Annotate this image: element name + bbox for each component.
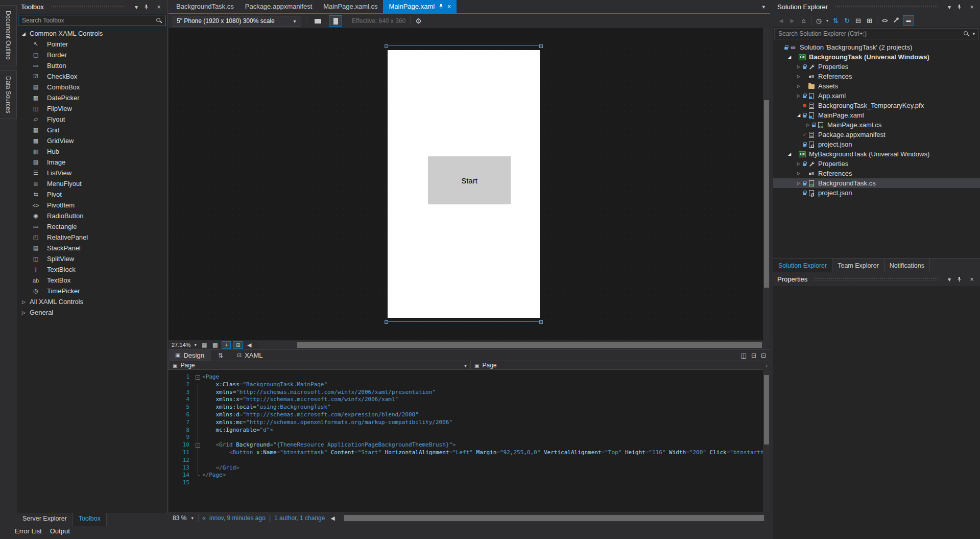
selection-adorner-top[interactable] [387,45,541,46]
toolbox-item-hub[interactable]: ▥Hub [17,146,167,157]
expander-closed-icon[interactable]: ▷ [796,93,802,98]
portrait-orientation-button[interactable] [329,15,342,27]
designer-vertical-scrollbar[interactable] [763,28,770,340]
scrollbar-thumb[interactable] [764,375,769,444]
design-view-tab[interactable]: ▣ Design [169,350,211,361]
tab-close-icon[interactable]: × [447,3,451,10]
toolbox-item-datepicker[interactable]: ▦DatePicker [17,92,167,103]
collapse-all-icon[interactable]: ⊟ [853,17,864,25]
tree-item-backgroundtask-cs[interactable]: ▷C#BackgroundTask.cs [773,178,980,188]
toolbox-group-common-xaml-controls[interactable]: ◢Common XAML Controls [17,28,167,39]
toolbox-item-button[interactable]: ▭Button [17,60,167,71]
tree-item-backgroungtask-universal-windows[interactable]: ◢C#BackgroungTask (Universal Windows) [773,52,980,62]
toolbox-item-rectangle[interactable]: ▭Rectangle [17,221,167,232]
toolbox-item-border[interactable]: ▢Border [17,50,167,60]
fold-collapse-icon[interactable]: - [196,443,200,448]
properties-wrench-icon[interactable] [891,16,901,25]
panel-tab-solution-explorer[interactable]: Solution Explorer [773,259,832,272]
breadcrumb-element-right[interactable]: ▣ Page [471,361,770,370]
toolbox-item-textbox[interactable]: abTextBox [17,275,167,286]
code-line[interactable]: 7 xmlns:mc="http://schemas.openxmlformat… [169,419,770,427]
show-grid-icon[interactable]: ▦ [200,342,208,348]
code-line[interactable]: 1-<Page [169,373,770,381]
search-icon[interactable] [964,31,969,37]
editor-horizontal-scrollbar[interactable] [342,514,766,522]
solution-explorer-menu-caret-icon[interactable]: ▾ [945,4,953,11]
solution-explorer-close-icon[interactable]: × [968,4,976,11]
side-tab-document-outline[interactable]: Document Outline [0,5,17,65]
designer-start-button[interactable]: Start [428,156,511,204]
code-line[interactable]: 2 x:Class="BackgroungTask.MainPage" [169,381,770,389]
expander-closed-icon[interactable]: ▷ [796,84,802,88]
toolbox-item-radiobutton[interactable]: ◉RadioButton [17,210,167,221]
expander-closed-icon[interactable]: ▷ [796,181,802,185]
toolbox-item-image[interactable]: ▨Image [17,157,167,168]
code-line[interactable]: 10- <Grid Background="{ThemeResource App… [169,441,770,449]
solution-explorer-header[interactable]: Solution Explorer ▾ × [773,0,980,14]
code-line[interactable]: 4 xmlns:x="http://schemas.microsoft.com/… [169,396,770,404]
snap-to-grid-toggle-button[interactable]: ⊞ [233,341,243,349]
solution-explorer-grip[interactable] [835,6,938,8]
toolbox-item-flyout[interactable]: ▱Flyout [17,114,167,125]
search-icon[interactable] [156,18,162,24]
editor-zoom-dropdown[interactable]: 83 % [173,514,186,522]
designer-horizontal-scrollbar[interactable] [258,341,767,348]
back-icon[interactable]: ◄ [776,17,786,25]
xaml-code-editor[interactable]: 1-<Page2 x:Class="BackgroungTask.MainPag… [169,370,770,512]
code-line[interactable]: 3 xmlns="http://schemas.microsoft.com/wi… [169,389,770,396]
toolbox-item-pivot[interactable]: ⇆Pivot [17,189,167,200]
breadcrumb-element-dropdown[interactable]: ▣ Page ▾ [169,361,471,370]
toolbox-item-checkbox[interactable]: ☑CheckBox [17,71,167,82]
document-tab-package-appxmanifest[interactable]: Package.appxmanifest [240,0,318,13]
tree-item-properties[interactable]: ▷Properties [773,159,980,169]
tree-item-assets[interactable]: ▷Assets [773,81,980,91]
properties-header[interactable]: Properties ▾ × [773,272,980,286]
expander-open-icon[interactable]: ◢ [786,55,793,59]
toolbox-item-listview[interactable]: ☰ListView [17,168,167,178]
panel-tab-notifications[interactable]: Notifications [885,259,930,272]
pan-cross-icon[interactable]: + [762,363,771,370]
device-selector-dropdown[interactable]: 5" Phone (1920 x 1080) 300% scale ▾ [173,16,301,27]
properties-close-icon[interactable]: × [968,276,976,283]
properties-menu-caret-icon[interactable]: ▾ [945,276,953,283]
vertical-split-icon[interactable]: ◫ [741,352,747,359]
toolbox-group-general[interactable]: ▷General [17,307,167,318]
zoom-caret-icon[interactable]: ▾ [193,342,198,347]
tree-item-project-json[interactable]: {}project.json [773,139,980,149]
tree-item-package-appxmanifest[interactable]: ✓Package.appxmanifest [773,130,980,139]
snapline-toggle-button[interactable]: + [222,341,231,349]
tree-item-solution-backgroungtask-2-projects[interactable]: ∞Solution 'BackgroungTask' (2 projects) [773,42,980,52]
toolbox-group-all-xaml-controls[interactable]: ▷All XAML Controls [17,296,167,307]
tree-item-mainpage-xaml[interactable]: ◢MainPage.xaml [773,110,980,120]
expander-closed-icon[interactable]: ▷ [805,123,811,127]
sync-with-active-document-icon[interactable]: ⇅ [830,17,841,25]
pending-changes-filter-icon[interactable]: ◷ [814,17,824,25]
expander-open-icon[interactable]: ◢ [796,113,802,118]
dock-tab-toolbox[interactable]: Toolbox [73,513,107,526]
tree-item-mybackgroundtask-universal-windows[interactable]: ◢C#MyBackgroundTask (Universal Windows) [773,149,980,159]
codelens-author-indicator[interactable]: innov, 9 minutes ago [209,514,266,522]
toolbox-item-relativepanel[interactable]: ◰RelativePanel [17,232,167,243]
side-tab-data-sources[interactable]: Data Sources [0,71,17,119]
swap-panes-button[interactable]: ⇅ [211,352,230,359]
tree-item-app-xaml[interactable]: ▷App.xaml [773,91,980,101]
document-tab-mainpage-xaml-cs[interactable]: MainPage.xaml.cs [318,0,383,13]
codelens-changes-indicator[interactable]: 1 author, 1 change [274,514,325,522]
breadcrumb-caret-icon[interactable]: ▾ [464,363,467,368]
toolbox-pin-icon[interactable] [144,4,152,10]
solution-explorer-pin-icon[interactable] [957,4,965,10]
phone-artboard[interactable]: Start [388,50,540,318]
toolbox-item-pointer[interactable]: ↖Pointer [17,39,167,50]
properties-pin-icon[interactable] [957,276,965,282]
code-line[interactable]: 5 xmlns:local="using:BackgroungTask" [169,404,770,411]
toolbox-item-flipview[interactable]: ◫FlipView [17,103,167,114]
bottom-tab-error-list[interactable]: Error List [15,527,42,535]
tree-item-mainpage-xaml-cs[interactable]: ▷C#MainPage.xaml.cs [773,120,980,130]
scroll-left-arrow-icon[interactable]: ◀ [328,515,337,522]
document-tab-mainpage-xaml[interactable]: MainPage.xaml× [383,0,457,13]
code-line[interactable]: 9 [169,434,770,441]
preview-selected-items-toggle[interactable]: ▬ [903,15,914,26]
bottom-tab-output[interactable]: Output [50,527,70,535]
dock-tab-server-explorer[interactable]: Server Explorer [17,513,73,526]
editor-zoom-caret-icon[interactable]: ▾ [190,515,195,521]
